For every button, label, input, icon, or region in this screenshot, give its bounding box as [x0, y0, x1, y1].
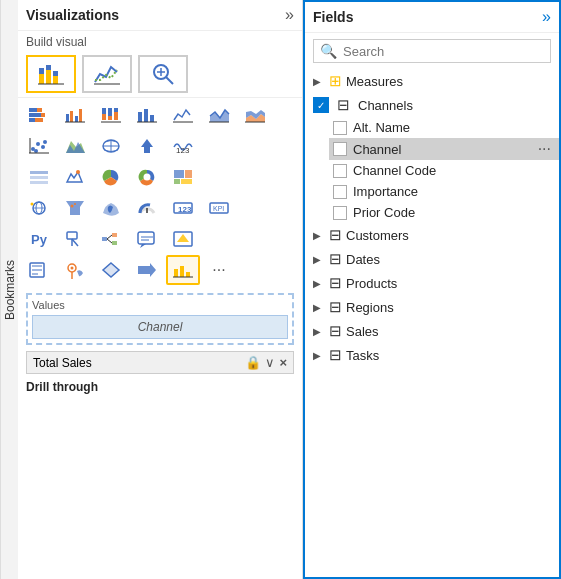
alt-name-label: Alt. Name [353, 120, 551, 135]
search-input[interactable] [343, 44, 544, 59]
close-icon[interactable]: × [279, 355, 287, 370]
svg-rect-26 [108, 116, 112, 120]
bar-chart-icon[interactable] [130, 100, 164, 130]
total-sales-label: Total Sales [33, 356, 92, 370]
lock-icon[interactable]: 🔒 [245, 355, 261, 370]
channels-checkbox[interactable]: ✓ [313, 97, 329, 113]
tasks-group-header[interactable]: ▶ ⊟ Tasks [305, 343, 559, 367]
svg-point-69 [71, 205, 74, 208]
filled-map-icon[interactable] [94, 193, 128, 223]
field-channel-code[interactable]: Channel Code [329, 160, 559, 181]
field-prior-code[interactable]: Prior Code [329, 202, 559, 223]
fields-search-container: 🔍 [313, 39, 551, 63]
build-visual-label: Build visual [18, 31, 302, 51]
svg-rect-100 [174, 269, 178, 277]
regions-table-icon: ⊟ [329, 298, 342, 316]
svg-point-41 [36, 142, 40, 146]
field-importance[interactable]: Importance [329, 181, 559, 202]
stacked-bar-chart-icon[interactable] [26, 55, 76, 93]
arrow-up-icon[interactable] [130, 131, 164, 161]
svg-rect-54 [30, 171, 48, 174]
viz-row-4: 123 KPI [22, 193, 298, 223]
clustered-bar-icon[interactable] [58, 100, 92, 130]
importance-checkbox[interactable] [333, 185, 347, 199]
svg-rect-28 [114, 112, 118, 120]
line-chart-icon[interactable] [82, 55, 132, 93]
diamond-icon[interactable] [94, 255, 128, 285]
funnel-icon[interactable] [58, 193, 92, 223]
fields-expand-button[interactable]: » [542, 8, 551, 26]
fields-group-tasks: ▶ ⊟ Tasks [305, 343, 559, 367]
measures-group-header[interactable]: ▶ ⊞ Measures [305, 69, 559, 93]
decomp-tree-icon[interactable] [94, 224, 128, 254]
gauge-icon[interactable] [130, 193, 164, 223]
svg-rect-63 [181, 179, 192, 184]
stacked-bar-100-icon[interactable] [94, 100, 128, 130]
speech-bubble-icon[interactable] [130, 224, 164, 254]
svg-line-82 [107, 235, 112, 239]
alt-name-checkbox[interactable] [333, 121, 347, 135]
customers-group-header[interactable]: ▶ ⊟ Customers [305, 223, 559, 247]
fields-panel: Fields » 🔍 ▶ ⊞ Measures ✓ ⊟ Channels [303, 0, 561, 579]
tasks-table-icon: ⊟ [329, 346, 342, 364]
scatter-chart-icon[interactable] [22, 131, 56, 161]
fields-group-customers: ▶ ⊟ Customers [305, 223, 559, 247]
more-icons-button[interactable]: ··· [202, 255, 236, 285]
products-group-header[interactable]: ▶ ⊟ Products [305, 271, 559, 295]
channel-drop-zone[interactable]: Channel [32, 315, 288, 339]
field-alt-name[interactable]: Alt. Name [329, 117, 559, 138]
stacked-area-icon[interactable] [238, 100, 272, 130]
sales-group-header[interactable]: ▶ ⊟ Sales [305, 319, 559, 343]
analytics-icon[interactable] [138, 55, 188, 93]
stacked-bar-h-icon[interactable] [22, 100, 56, 130]
regions-group-header[interactable]: ▶ ⊟ Regions [305, 295, 559, 319]
forward-arrow-icon[interactable] [130, 255, 164, 285]
treemap-icon[interactable] [166, 162, 200, 192]
donut-chart-icon[interactable] [130, 162, 164, 192]
channel-dots-icon[interactable]: ··· [538, 141, 551, 157]
svg-text:KPI: KPI [213, 205, 224, 212]
tasks-expand-arrow: ▶ [313, 350, 325, 361]
globe-icon[interactable] [22, 193, 56, 223]
wavy-chart-icon[interactable]: 123 [166, 131, 200, 161]
python-icon[interactable]: Py [22, 224, 56, 254]
mountain-map-icon[interactable] [58, 131, 92, 161]
pie-chart-icon[interactable] [94, 162, 128, 192]
kpi-card-icon[interactable]: KPI [202, 193, 236, 223]
channel-checkbox[interactable] [333, 142, 347, 156]
svg-rect-92 [32, 269, 42, 271]
fields-group-regions: ▶ ⊟ Regions [305, 295, 559, 319]
svg-rect-25 [108, 108, 112, 116]
svg-point-67 [31, 203, 34, 206]
customers-expand-arrow: ▶ [313, 230, 325, 241]
prior-code-checkbox[interactable] [333, 206, 347, 220]
svg-point-42 [41, 145, 45, 149]
svg-rect-80 [112, 233, 117, 237]
svg-line-83 [107, 239, 112, 243]
bar-chart-highlighted-icon[interactable] [166, 255, 200, 285]
card-icon[interactable]: 123 [166, 193, 200, 223]
channel-code-checkbox[interactable] [333, 164, 347, 178]
chevron-down-icon[interactable]: ∨ [265, 355, 275, 370]
svg-rect-31 [144, 109, 148, 122]
smart-narrative-icon[interactable] [166, 224, 200, 254]
paginated-icon[interactable] [22, 255, 56, 285]
channels-label: Channels [358, 98, 413, 113]
viz-expand-button[interactable]: » [285, 6, 294, 24]
svg-marker-98 [103, 263, 119, 277]
list-icon[interactable] [22, 162, 56, 192]
r-visual-icon[interactable] [58, 224, 92, 254]
fields-panel-header: Fields » [305, 2, 559, 33]
values-label: Values [32, 299, 288, 311]
map-icon[interactable] [94, 131, 128, 161]
field-channel[interactable]: Channel ··· [329, 138, 559, 160]
area-chart-icon[interactable] [202, 100, 236, 130]
location-icon[interactable] [58, 255, 92, 285]
svg-rect-20 [75, 116, 78, 122]
kpi-icon[interactable] [58, 162, 92, 192]
bookmarks-tab[interactable]: Bookmarks [0, 0, 18, 579]
fields-group-measures: ▶ ⊞ Measures [305, 69, 559, 93]
dates-group-header[interactable]: ▶ ⊟ Dates [305, 247, 559, 271]
line-chart-small-icon[interactable] [166, 100, 200, 130]
channels-group-header[interactable]: ✓ ⊟ Channels [305, 93, 559, 117]
